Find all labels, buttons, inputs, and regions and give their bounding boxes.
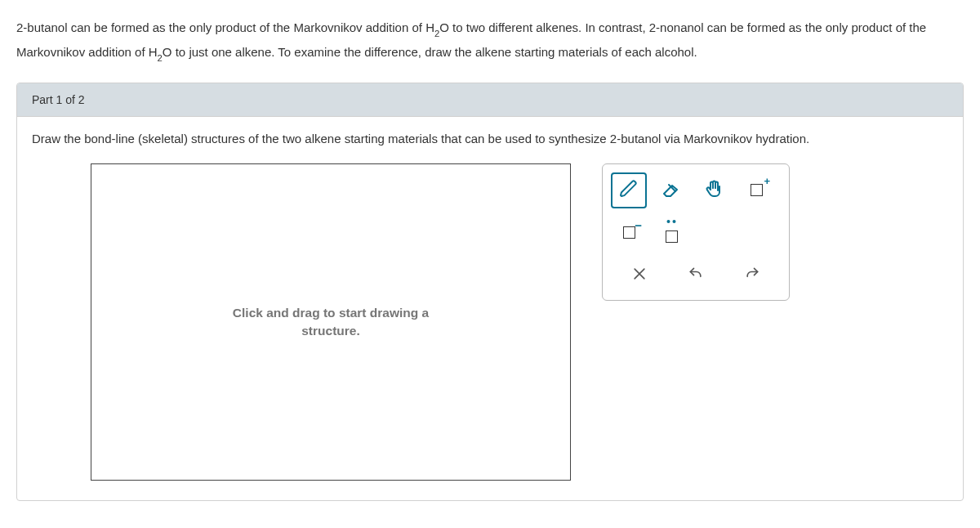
eraser-icon: [662, 179, 681, 201]
panel-header: Part 1 of 2: [17, 83, 963, 117]
canvas-placeholder: Click and drag to start drawing a struct…: [233, 304, 429, 339]
close-icon: [631, 266, 648, 284]
formula2-base: H: [149, 45, 158, 59]
redo-icon: [744, 266, 760, 284]
palette-spacer: [696, 215, 732, 251]
box-icon: [666, 230, 678, 243]
question-panel: Part 1 of 2 Draw the bond-line (skeletal…: [16, 83, 964, 501]
formula2-tail: O: [163, 45, 172, 59]
draw-tool[interactable]: [611, 172, 647, 208]
move-tool[interactable]: [696, 172, 732, 208]
undo-icon: [688, 266, 704, 284]
dots-icon: [667, 220, 676, 223]
palette-spacer: [738, 215, 774, 251]
problem-intro: 2-butanol can be formed as the only prod…: [16, 16, 964, 66]
drawing-canvas[interactable]: Click and drag to start drawing a struct…: [91, 163, 571, 481]
pencil-icon: [619, 179, 639, 201]
tool-palette: + −: [602, 163, 790, 301]
minus-icon: −: [635, 219, 642, 231]
work-row: Click and drag to start drawing a struct…: [32, 163, 948, 481]
panel-body: Draw the bond-line (skeletal) structures…: [17, 117, 963, 500]
intro-seg3: to just one alkene. To examine the diffe…: [172, 45, 697, 59]
action-row: [611, 259, 781, 292]
plus-icon: +: [764, 176, 770, 186]
placeholder-line2: structure.: [301, 324, 360, 338]
intro-seg1: 2-butanol can be formed as the only prod…: [16, 20, 425, 34]
formula1-tail: O: [439, 20, 449, 34]
box-icon: [751, 184, 763, 196]
lone-pair-tool[interactable]: [653, 215, 689, 251]
formula1-base: H: [425, 20, 434, 34]
placeholder-line1: Click and drag to start drawing a: [233, 306, 429, 320]
clear-button[interactable]: [615, 259, 664, 292]
redo-button[interactable]: [728, 259, 777, 292]
undo-button[interactable]: [671, 259, 720, 292]
anion-tool[interactable]: −: [611, 215, 647, 251]
formula1-sub: 2: [434, 29, 439, 38]
panel-instruction: Draw the bond-line (skeletal) structures…: [32, 132, 948, 145]
formula2-sub: 2: [158, 53, 163, 63]
erase-tool[interactable]: [653, 172, 689, 208]
hand-icon: [704, 179, 724, 201]
add-box-tool[interactable]: +: [738, 172, 774, 208]
box-icon: [623, 226, 635, 239]
